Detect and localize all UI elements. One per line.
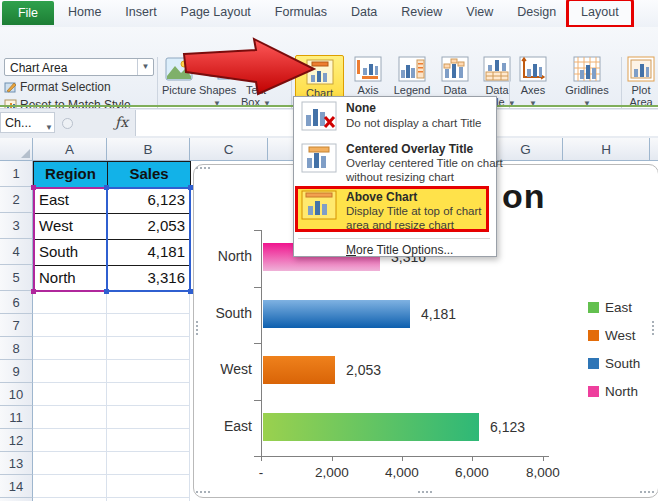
format-selection-label: Format Selection bbox=[20, 80, 111, 94]
fx-icon[interactable]: ƒx bbox=[115, 114, 128, 130]
row-header-4[interactable]: 4 bbox=[0, 239, 33, 265]
value-label-south[interactable]: 4,181 bbox=[421, 306, 456, 322]
name-box[interactable]: Ch...▼ bbox=[0, 112, 55, 133]
tab-review[interactable]: Review bbox=[389, 0, 454, 25]
bar-west[interactable] bbox=[263, 356, 335, 384]
range-handle[interactable] bbox=[31, 185, 36, 190]
category-label-west[interactable]: West bbox=[197, 361, 252, 377]
axes-icon bbox=[519, 56, 547, 82]
x-tick-label[interactable]: - bbox=[229, 465, 293, 480]
gridline bbox=[189, 291, 190, 501]
chart-handle-dots[interactable] bbox=[652, 321, 654, 323]
value-label-east[interactable]: 6,123 bbox=[490, 419, 525, 435]
worksheet-grid[interactable] bbox=[33, 291, 190, 501]
format-selection-button[interactable]: Format Selection bbox=[4, 80, 111, 95]
tab-view[interactable]: View bbox=[454, 0, 505, 25]
formula-bar-circle bbox=[62, 118, 73, 129]
chart-elements-combobox[interactable]: Chart Area ▼ bbox=[4, 58, 154, 76]
row-header-3[interactable]: 3 bbox=[0, 213, 33, 239]
x-axis-line[interactable] bbox=[261, 456, 549, 457]
tab-insert[interactable]: Insert bbox=[113, 0, 168, 25]
row-header-2[interactable]: 2 bbox=[0, 187, 33, 213]
bar-south[interactable] bbox=[263, 300, 410, 328]
tab-formulas[interactable]: Formulas bbox=[263, 0, 339, 25]
menu-item-none-label: None bbox=[346, 101, 504, 115]
chevron-down-icon[interactable]: ▼ bbox=[137, 59, 153, 75]
menu-item-above-chart-desc: Display Title at top of chart area and r… bbox=[346, 204, 504, 232]
legend-label: Legend bbox=[394, 84, 431, 96]
chart-handle-dots[interactable] bbox=[196, 167, 198, 169]
row-header-1[interactable]: 1 bbox=[0, 161, 33, 187]
tab-design[interactable]: Design bbox=[505, 0, 568, 25]
category-label-east[interactable]: East bbox=[197, 418, 252, 434]
data-labels-icon bbox=[441, 56, 469, 82]
x-tick-label[interactable]: 6,000 bbox=[440, 465, 504, 480]
legend-item-west[interactable]: West bbox=[588, 329, 636, 345]
legend-item-north[interactable]: North bbox=[588, 385, 638, 401]
x-axis-tick bbox=[472, 456, 473, 461]
chart-handle-dots[interactable] bbox=[418, 491, 420, 493]
chart-handle-dots[interactable] bbox=[196, 491, 198, 493]
cell-B4[interactable]: 4,181 bbox=[107, 239, 191, 266]
data-labels-label-1: Data bbox=[443, 84, 466, 96]
chart-title-dropdown-menu: None Do not display a chart Title Center… bbox=[293, 96, 497, 257]
row-header-11[interactable]: 11 bbox=[0, 406, 33, 429]
tab-data[interactable]: Data bbox=[339, 0, 389, 25]
row-header-5[interactable]: 5 bbox=[0, 265, 33, 291]
red-arrow-annotation bbox=[152, 36, 322, 100]
tab-layout[interactable]: Layout bbox=[568, 0, 632, 26]
row-header-14[interactable]: 14 bbox=[0, 475, 33, 498]
bar-east[interactable] bbox=[263, 413, 479, 441]
axes-label: Axes bbox=[521, 84, 545, 96]
row-header-9[interactable]: 9 bbox=[0, 360, 33, 383]
legend-swatch-west bbox=[588, 330, 599, 341]
x-axis-tick bbox=[543, 456, 544, 461]
cell-B1[interactable]: Sales bbox=[107, 161, 191, 188]
column-header-A[interactable]: A bbox=[33, 138, 107, 161]
legend-swatch-north bbox=[588, 386, 599, 397]
gridlines-button[interactable]: Gridlines▼ bbox=[556, 56, 618, 109]
legend-icon bbox=[398, 56, 426, 82]
row-header-6[interactable]: 6 bbox=[0, 291, 33, 314]
column-header-C[interactable]: C bbox=[190, 138, 268, 161]
cell-A4[interactable]: South bbox=[33, 239, 108, 266]
axes-button[interactable]: Axes▼ bbox=[513, 56, 553, 109]
x-tick-label[interactable]: 4,000 bbox=[370, 465, 434, 480]
tab-file[interactable]: File bbox=[2, 1, 54, 25]
chart-handle-dots[interactable] bbox=[196, 321, 198, 323]
cell-A5[interactable]: North bbox=[33, 265, 108, 292]
cell-B3[interactable]: 2,053 bbox=[107, 213, 191, 240]
column-header-H[interactable]: H bbox=[563, 138, 650, 161]
row-header-10[interactable]: 10 bbox=[0, 383, 33, 406]
range-handle[interactable] bbox=[104, 289, 109, 294]
cell-A2[interactable]: East bbox=[33, 187, 108, 214]
cell-B2[interactable]: 6,123 bbox=[107, 187, 191, 214]
menu-item-more-title-options[interactable]: More Title Options... bbox=[346, 243, 453, 257]
cell-A1[interactable]: Region bbox=[33, 161, 108, 188]
legend-item-east[interactable]: East bbox=[588, 301, 632, 317]
tab-page-layout[interactable]: Page Layout bbox=[169, 0, 263, 25]
range-handle[interactable] bbox=[31, 289, 36, 294]
select-all-corner[interactable] bbox=[0, 138, 33, 161]
row-header-12[interactable]: 12 bbox=[0, 429, 33, 452]
centered-overlay-icon bbox=[301, 143, 337, 173]
legend-item-south[interactable]: South bbox=[588, 357, 640, 373]
cell-A3[interactable]: West bbox=[33, 213, 108, 240]
tab-home[interactable]: Home bbox=[56, 0, 113, 25]
row-headers: 123456789101112131415 bbox=[0, 161, 33, 501]
x-tick-label[interactable]: 2,000 bbox=[300, 465, 364, 480]
category-label-north[interactable]: North bbox=[197, 248, 252, 264]
row-header-7[interactable]: 7 bbox=[0, 314, 33, 337]
category-label-south[interactable]: South bbox=[197, 305, 252, 321]
cell-B5[interactable]: 3,316 bbox=[107, 265, 191, 292]
plot-area-icon bbox=[627, 56, 655, 82]
column-header-covered[interactable] bbox=[650, 138, 658, 161]
x-tick-label[interactable]: 8,000 bbox=[511, 465, 575, 480]
value-label-west[interactable]: 2,053 bbox=[346, 362, 381, 378]
column-header-B[interactable]: B bbox=[107, 138, 190, 161]
row-header-13[interactable]: 13 bbox=[0, 452, 33, 475]
row-header-8[interactable]: 8 bbox=[0, 337, 33, 360]
range-handle[interactable] bbox=[104, 185, 109, 190]
chart-title-fragment[interactable]: on bbox=[502, 177, 546, 216]
chart-handle-dots[interactable] bbox=[640, 491, 642, 493]
